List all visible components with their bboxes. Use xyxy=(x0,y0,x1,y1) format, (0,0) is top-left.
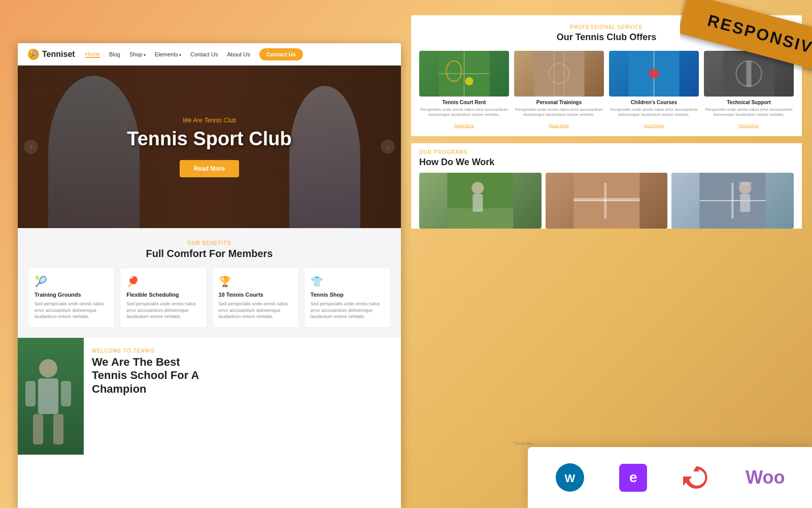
offer-card-1: Personal Trainings Perspiciatis unde omn… xyxy=(514,51,604,129)
nav-blog[interactable]: Blog xyxy=(109,51,120,57)
plugin-badges-row: W e Woo xyxy=(528,447,812,508)
benefit-card-0: 🎾 Training Grounds Sed perspiciatis unde… xyxy=(28,268,115,328)
svg-rect-23 xyxy=(472,194,483,212)
nav-cta-button[interactable]: Contact Us xyxy=(259,48,303,60)
bottom-title-line3: Champion xyxy=(92,383,147,395)
benefit-card-1: 🏓 Flexible Scheduling Sed perspiciatis u… xyxy=(120,268,207,328)
benefit-card-3: 👕 Tennis Shop Sed perspiciatis unde omni… xyxy=(304,268,391,328)
svg-rect-4 xyxy=(25,381,36,406)
there-are-text: There are xyxy=(513,441,533,446)
hero-content: We Are Tennis Club Tennis Sport Club Rea… xyxy=(127,117,291,177)
svg-rect-2 xyxy=(33,414,43,444)
nav-about[interactable]: About Us xyxy=(227,51,250,57)
how-img-0 xyxy=(419,173,542,229)
offer-title-0: Tennis Court Rent xyxy=(419,100,509,105)
benefit-text-2: Sed perspiciatis unde omnis natus error … xyxy=(219,301,292,320)
hero-read-more-button[interactable]: Read More xyxy=(180,160,239,177)
hero-title: Tennis Sport Club xyxy=(127,128,291,150)
bottom-title-line1: We Are The Best xyxy=(92,356,180,368)
offer-readmore-0[interactable]: Read More xyxy=(454,123,475,128)
benefit-text-1: Sed perspiciatis unde omnis natus error … xyxy=(126,301,200,320)
svg-rect-3 xyxy=(53,414,63,444)
offer-card-0: Tennis Court Rent Perspiciatis unde omni… xyxy=(419,51,509,129)
navbar-logo: 🎾 Tenniset xyxy=(28,49,75,60)
nav-links: Home Blog Shop Elements Contact Us About… xyxy=(85,48,391,60)
svg-rect-11 xyxy=(534,51,585,97)
woo-label: Woo xyxy=(746,467,785,488)
nav-elements[interactable]: Elements xyxy=(155,51,181,57)
offer-text-1: Perspiciatis unde omnis natus error accu… xyxy=(514,107,604,118)
svg-point-10 xyxy=(465,77,473,85)
svg-text:W: W xyxy=(565,472,576,485)
benefit-title-0: Training Grounds xyxy=(35,292,108,298)
bottom-player-image xyxy=(18,338,84,455)
how-section-title: How Do We Work xyxy=(419,157,794,168)
offer-readmore-2[interactable]: Read More xyxy=(644,123,664,128)
offer-title-1: Personal Trainings xyxy=(514,100,604,105)
logo-icon: 🎾 xyxy=(28,49,39,60)
offer-text-0: Perspiciatis unde omnis natus error accu… xyxy=(419,107,509,118)
offer-img-1 xyxy=(514,51,604,97)
bottom-right-content: Welcome To Tennis We Are The Best Tennis… xyxy=(84,338,401,455)
responsive-ribbon-text: RESPONSIVE xyxy=(705,11,812,60)
bottom-section: Welcome To Tennis We Are The Best Tennis… xyxy=(18,338,401,455)
svg-rect-30 xyxy=(732,183,734,218)
svg-point-16 xyxy=(649,69,659,79)
benefits-section: Our Benefits Full Comfort For Members 🎾 … xyxy=(18,228,401,338)
nav-home[interactable]: Home xyxy=(85,51,100,58)
how-images xyxy=(419,173,794,229)
bottom-section-title: We Are The Best Tennis School For A Cham… xyxy=(92,356,393,396)
flexible-scheduling-icon: 🏓 xyxy=(126,275,200,288)
svg-point-22 xyxy=(471,182,484,194)
how-section-label: Our Programs xyxy=(419,149,794,155)
training-grounds-icon: 🎾 xyxy=(35,275,108,288)
logo-text: Tenniset xyxy=(42,50,75,59)
benefits-title: Full Comfort For Members xyxy=(28,248,391,260)
hero-section: We Are Tennis Club Tennis Sport Club Rea… xyxy=(18,66,401,228)
bottom-title-line2: Tennis School For A xyxy=(92,369,199,382)
nav-shop[interactable]: Shop xyxy=(129,51,146,57)
benefit-title-1: Flexible Scheduling xyxy=(126,292,200,298)
benefits-label: Our Benefits xyxy=(28,240,391,246)
nav-contact[interactable]: Contact Us xyxy=(190,51,218,57)
woo-text: Woo xyxy=(746,467,785,488)
wordpress-badge: W xyxy=(555,462,585,493)
svg-rect-1 xyxy=(38,378,58,414)
elementor-letter: e xyxy=(629,469,637,486)
tennis-shop-icon: 👕 xyxy=(311,275,384,288)
wordpress-icon: W xyxy=(555,462,585,493)
tennis-courts-icon: 🏆 xyxy=(219,275,292,288)
how-section: Our Programs How Do We Work xyxy=(411,143,802,229)
svg-rect-27 xyxy=(604,183,606,218)
svg-point-0 xyxy=(39,359,57,377)
benefit-text-0: Sed perspiciatis unde omnis natus error … xyxy=(35,301,108,320)
navbar: 🎾 Tenniset Home Blog Shop Elements Conta… xyxy=(18,43,401,66)
benefit-card-2: 🏆 10 Tennis Courts Sed perspiciatis unde… xyxy=(212,268,299,328)
elementor-badge: e xyxy=(619,464,647,492)
responsive-ribbon-container: RESPONSIVE xyxy=(680,0,812,132)
woocommerce-badge: Woo xyxy=(746,467,785,488)
benefit-title-3: Tennis Shop xyxy=(311,292,384,298)
how-img-2 xyxy=(671,173,794,229)
svg-rect-32 xyxy=(739,182,752,185)
how-img-1 xyxy=(546,173,668,229)
benefit-text-3: Sed perspiciatis unde omnis natus error … xyxy=(311,301,384,320)
responsive-ribbon: RESPONSIVE xyxy=(680,0,812,78)
left-browser-panel: 🎾 Tenniset Home Blog Shop Elements Conta… xyxy=(18,43,401,508)
offer-img-0 xyxy=(419,51,509,97)
svg-rect-33 xyxy=(740,194,751,212)
elementor-icon: e xyxy=(619,464,647,492)
svg-rect-5 xyxy=(61,381,71,406)
player-silhouette-svg xyxy=(23,353,74,455)
hero-subtitle: We Are Tennis Club xyxy=(127,117,291,124)
offer-readmore-1[interactable]: Read More xyxy=(549,123,569,128)
benefit-cards: 🎾 Training Grounds Sed perspiciatis unde… xyxy=(28,268,391,328)
bottom-section-label: Welcome To Tennis xyxy=(92,348,393,354)
update-badge xyxy=(681,462,712,493)
benefit-title-2: 10 Tennis Courts xyxy=(219,292,292,298)
refresh-icon xyxy=(681,462,712,493)
